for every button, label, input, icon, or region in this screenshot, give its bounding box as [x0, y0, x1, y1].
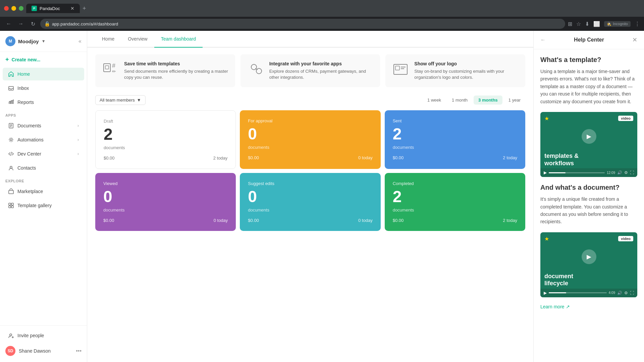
forward-button[interactable]: → — [16, 19, 25, 28]
help-section1-text: Using a template is a major time-saver a… — [540, 68, 637, 105]
create-new-button[interactable]: + Create new... — [0, 52, 87, 67]
templates-card-icon: # ✏ — [102, 61, 119, 78]
window-close-btn[interactable] — [4, 6, 9, 11]
viewed-amount: $0.00 — [103, 218, 114, 223]
video2-control-play[interactable]: ▶ — [544, 291, 547, 295]
video1-progress-bar[interactable] — [549, 172, 605, 173]
user-more-icon[interactable]: ••• — [76, 348, 82, 354]
video2-star-icon: ★ — [544, 236, 549, 242]
sidebar-item-invite[interactable]: Invite people — [3, 329, 84, 342]
filter-1week[interactable]: 1 week — [423, 96, 446, 105]
menu-icon[interactable]: ⋮ — [635, 21, 640, 27]
video2-title: documentlifecycle — [540, 270, 637, 289]
create-new-label: Create new... — [12, 57, 41, 62]
suggest-footer: $0.00 0 today — [248, 218, 372, 223]
stat-card-viewed[interactable]: Viewed 0 documents $0.00 0 today — [95, 173, 236, 231]
filter-1year[interactable]: 1 year — [504, 96, 525, 105]
help-close-button[interactable]: ✕ — [632, 36, 637, 44]
learn-more-link[interactable]: Learn more ↗ — [540, 304, 637, 309]
video1-fullscreen-icon[interactable]: ⛶ — [630, 170, 634, 175]
address-bar[interactable]: 🔒 app.pandadoc.com/a/#/dashboard — [40, 19, 565, 29]
svg-point-3 — [10, 166, 12, 168]
tab-overview[interactable]: Overview — [121, 31, 154, 48]
draft-label: Draft — [104, 119, 227, 124]
bookmark-icon[interactable]: ☆ — [576, 21, 581, 27]
team-select-chevron: ▼ — [137, 98, 141, 103]
viewed-number: 0 — [103, 189, 228, 205]
profile-icon[interactable]: ⬜ — [593, 21, 600, 27]
team-select[interactable]: All team members ▼ — [95, 95, 146, 105]
video1-time: 12:09 — [607, 171, 615, 175]
sidebar-item-marketplace[interactable]: Marketplace — [3, 185, 84, 198]
logo-card-icon — [392, 61, 409, 78]
sidebar-header: M Moodjoy ▼ « — [0, 31, 87, 52]
collapse-sidebar-button[interactable]: « — [78, 38, 82, 44]
video-card-1[interactable]: ★ video ▶ templates &workflows ▶ 12:09 — [540, 112, 637, 177]
sidebar-item-template-gallery[interactable]: Template gallery — [3, 199, 84, 212]
integrations-card-content: Integrate with your favorite apps Explor… — [269, 61, 374, 80]
documents-expand-icon: › — [77, 123, 79, 128]
stat-card-approval[interactable]: For approval 0 documents $0.00 0 today — [240, 110, 380, 169]
brand-area[interactable]: M Moodjoy ▼ — [5, 36, 46, 46]
sidebar-item-dev-center[interactable]: Dev Center › — [3, 147, 84, 160]
stat-card-suggest[interactable]: Suggest edits 0 documents $0.00 0 today — [240, 173, 380, 231]
video2-badge: video — [618, 236, 633, 241]
window-minimize-btn[interactable] — [11, 6, 16, 11]
reload-button[interactable]: ↻ — [28, 19, 38, 28]
new-tab-button[interactable]: + — [83, 5, 86, 12]
tab-home[interactable]: Home — [95, 31, 121, 48]
video1-volume-icon[interactable]: 🔊 — [617, 170, 622, 175]
explore-section-label: EXPLORE — [0, 175, 87, 184]
extensions-icon[interactable]: ⊞ — [568, 21, 572, 27]
reports-icon — [8, 99, 14, 105]
video2-volume-icon[interactable]: 🔊 — [617, 291, 622, 295]
stat-card-completed[interactable]: Completed 2 documents $0.00 2 today — [385, 173, 525, 231]
filter-bar: All team members ▼ 1 week 1 month 3 mont… — [95, 95, 525, 105]
video1-control-play[interactable]: ▶ — [544, 170, 547, 175]
tab-title: PandaDoc — [40, 6, 60, 11]
video2-header: ★ video — [540, 232, 637, 243]
app-layout: M Moodjoy ▼ « + Create new... Home Inbox — [0, 31, 644, 362]
video-card-2[interactable]: ★ video ▶ documentlifecycle ▶ 4:09 — [540, 232, 637, 297]
suggest-number: 0 — [248, 189, 372, 205]
stat-card-draft[interactable]: Draft 2 documents $0.00 2 today — [95, 110, 236, 169]
filter-1month[interactable]: 1 month — [447, 96, 472, 105]
video1-play-button[interactable]: ▶ — [582, 129, 596, 144]
sidebar-item-documents[interactable]: Documents › — [3, 119, 84, 132]
sidebar-bottom: Invite people SD Shane Dawson ••• — [0, 325, 87, 362]
video2-inner: ★ video ▶ documentlifecycle ▶ 4:09 — [540, 232, 637, 297]
help-back-button[interactable]: ← — [540, 37, 546, 43]
sidebar-item-contacts[interactable]: Contacts — [3, 162, 84, 174]
brand-chevron-icon: ▼ — [42, 39, 46, 44]
draft-footer: $0.00 2 today — [104, 156, 227, 161]
video1-control-icons: 🔊 ⚙ ⛶ — [617, 170, 634, 175]
video2-play-area[interactable]: ▶ — [540, 243, 637, 270]
sidebar-item-automations[interactable]: Automations › — [3, 133, 84, 146]
sidebar-item-inbox[interactable]: Inbox — [3, 82, 84, 95]
tab-team-dashboard[interactable]: Team dashboard — [154, 31, 203, 48]
video2-fullscreen-icon[interactable]: ⛶ — [630, 291, 634, 295]
svg-point-9 — [10, 334, 12, 336]
user-profile-item[interactable]: SD Shane Dawson ••• — [0, 343, 87, 359]
video1-settings-icon[interactable]: ⚙ — [624, 170, 628, 175]
video2-play-button[interactable]: ▶ — [582, 249, 596, 264]
sidebar-item-contacts-label: Contacts — [17, 165, 36, 171]
stat-card-sent[interactable]: Sent 2 documents $0.00 2 today — [385, 110, 525, 169]
sidebar-item-home[interactable]: Home — [3, 68, 84, 80]
window-maximize-btn[interactable] — [19, 6, 23, 11]
video2-settings-icon[interactable]: ⚙ — [624, 291, 628, 295]
filter-3months[interactable]: 3 months — [474, 96, 502, 105]
brand-name: Moodjoy — [18, 39, 39, 44]
video2-progress-bar[interactable] — [549, 292, 607, 293]
back-button[interactable]: ← — [4, 19, 13, 28]
video1-play-area[interactable]: ▶ — [540, 123, 637, 150]
approval-today: 0 today — [358, 155, 373, 160]
tab-close-btn[interactable]: ✕ — [70, 6, 74, 11]
main-nav-tabs: Home Overview Team dashboard — [87, 31, 533, 48]
sidebar-item-reports[interactable]: Reports — [3, 96, 84, 109]
download-icon[interactable]: ⬇ — [585, 21, 589, 27]
feature-cards: # ✏ Save time with templates Send docume… — [95, 54, 525, 87]
active-tab[interactable]: P PandaDoc ✕ — [26, 4, 80, 13]
templates-card-content: Save time with templates Send documents … — [124, 61, 228, 80]
logo-card-content: Show off your logo Stay on-brand by cust… — [414, 61, 519, 80]
